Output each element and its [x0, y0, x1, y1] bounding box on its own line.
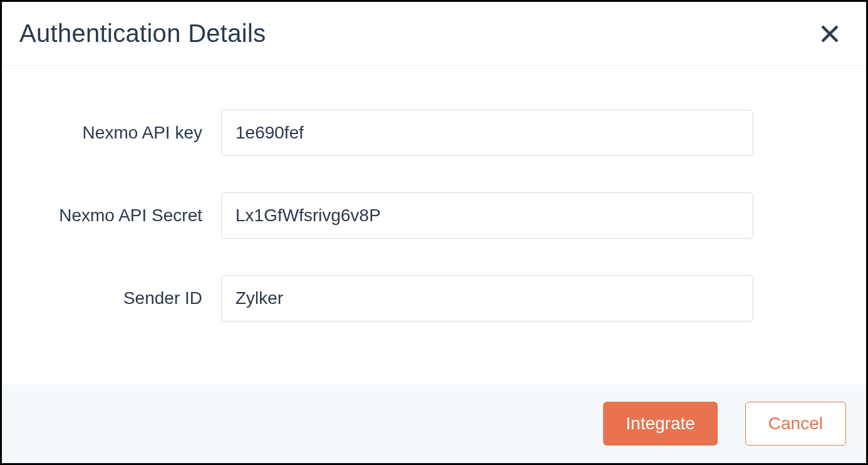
- integrate-button[interactable]: Integrate: [603, 402, 718, 446]
- modal-header: Authentication Details: [2, 2, 866, 66]
- api-secret-label: Nexmo API Secret: [39, 206, 221, 226]
- form-row-sender-id: Sender ID: [39, 275, 829, 321]
- modal-title: Authentication Details: [19, 19, 266, 48]
- modal-body: Nexmo API key Nexmo API Secret Sender ID: [2, 66, 866, 384]
- close-button[interactable]: [819, 23, 841, 45]
- modal-footer: Integrate Cancel: [2, 384, 866, 463]
- cancel-button[interactable]: Cancel: [745, 402, 846, 446]
- api-key-label: Nexmo API key: [39, 123, 221, 143]
- auth-details-modal: Authentication Details Nexmo API key Nex…: [0, 0, 868, 465]
- form-row-api-key: Nexmo API key: [39, 110, 829, 156]
- sender-id-label: Sender ID: [39, 288, 221, 308]
- close-icon: [819, 23, 841, 45]
- sender-id-input[interactable]: [221, 275, 753, 321]
- form-row-api-secret: Nexmo API Secret: [39, 192, 829, 239]
- api-secret-input[interactable]: [221, 192, 753, 239]
- api-key-input[interactable]: [221, 110, 753, 156]
